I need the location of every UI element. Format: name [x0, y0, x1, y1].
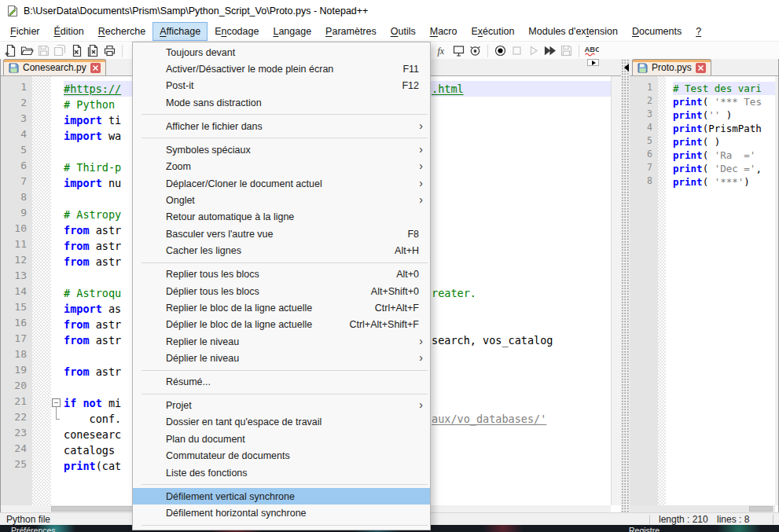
menu-item-replier-le-niveau[interactable]: Replier le niveau›	[133, 333, 430, 350]
menu-item-label: Défilement horizontal synchrone	[166, 508, 307, 519]
code-token: astr	[90, 255, 122, 268]
code-token: catalogs	[64, 444, 121, 457]
menu-item-commutateur-de-documents[interactable]: Commutateur de documents	[133, 448, 430, 464]
menubar-item-item[interactable]: ?	[689, 22, 708, 41]
left-bookmark-margin	[32, 76, 51, 505]
menu-item-r-sum[interactable]: Résumé...	[133, 373, 430, 390]
monitoring-icon[interactable]	[467, 42, 483, 59]
left-fold-margin	[51, 76, 62, 505]
menubar-item-encodage[interactable]: Encodage	[208, 22, 266, 41]
function-list-icon[interactable]: fx	[434, 42, 450, 59]
menubar-item-ex-cution[interactable]: Exécution	[464, 22, 521, 41]
menu-item-onglet[interactable]: Onglet›	[133, 192, 430, 208]
menubar-item-modules-d-extension[interactable]: Modules d'extension	[521, 22, 625, 41]
open-file-icon[interactable]	[19, 42, 35, 59]
line-number: 14	[1, 285, 32, 301]
line-number: 23	[1, 427, 32, 442]
spellcheck-icon[interactable]: ABC	[583, 42, 600, 59]
code-token: # Test des vari	[673, 83, 762, 94]
menu-item-d-plier-tous-les-blocs[interactable]: Déplier tous les blocsAlt+Shift+0	[133, 283, 430, 299]
menu-item-activer-d-sactiver-le-mode-plein-cran[interactable]: Activer/Désactiver le mode plein écranF1…	[133, 61, 430, 77]
menu-item-d-placer-cloner-le-document-actuel[interactable]: Déplacer/Cloner le document actuel›	[133, 175, 430, 192]
code-token: (	[703, 163, 715, 174]
menubar-item-outils[interactable]: Outils	[384, 22, 423, 41]
right-code-area[interactable]: # Test des variprint( '*** Tesprint('' )…	[671, 76, 775, 505]
right-editor[interactable]: 12345678 # Test des variprint( '*** Tesp…	[630, 76, 775, 505]
line-number: 8	[1, 191, 32, 207]
code-token: import	[64, 177, 102, 189]
menu-item-label: Activer/Désactiver le mode plein écran	[166, 64, 333, 75]
menu-item-zoom[interactable]: Zoom›	[133, 159, 430, 175]
view-splitter[interactable]	[621, 59, 630, 512]
menu-item-basculer-vers-l-autre-vue[interactable]: Basculer vers l'autre vueF8	[133, 226, 430, 242]
code-token: nu	[102, 177, 121, 189]
menu-item-d-filement-vertical-synchrone[interactable]: Défilement vertical synchrone	[133, 488, 430, 504]
menu-separator	[141, 484, 428, 485]
menu-item-d-plier-le-niveau[interactable]: Déplier le niveau›	[133, 350, 430, 366]
menubar-item-langage[interactable]: Langage	[266, 22, 318, 41]
right-fold-margin	[666, 76, 671, 505]
macro-run-multiple-icon[interactable]	[542, 42, 558, 59]
folder-as-workspace-icon[interactable]	[450, 42, 467, 59]
fold-collapse-marker[interactable]	[52, 398, 61, 407]
code-line[interactable]: print( 'Dec =',	[673, 162, 775, 175]
code-token: (PrismPath	[703, 123, 762, 134]
close-icon[interactable]	[68, 42, 85, 59]
code-token: if	[64, 397, 76, 409]
menu-item-replier-le-bloc-de-la-ligne-actuelle[interactable]: Replier le bloc de la ligne actuelleCtrl…	[133, 299, 430, 316]
menu-item-dossier-en-tant-qu-espace-de-travail[interactable]: Dossier en tant qu'espace de travail	[133, 414, 430, 431]
menu-item-liste-des-fonctions[interactable]: Liste des fonctions	[133, 464, 430, 481]
menu-item-symboles-sp-ciaux[interactable]: Symboles spéciaux›	[133, 141, 430, 158]
code-token: # Astropy	[64, 208, 121, 221]
code-line[interactable]: print( )	[673, 135, 775, 149]
menu-item-post-it[interactable]: Post-itF12	[133, 78, 430, 94]
code-line[interactable]: print( '***')	[673, 175, 775, 189]
hscrollbar-thumb[interactable]	[749, 506, 773, 512]
menubar-item-fichier[interactable]: Fichier	[3, 22, 47, 41]
code-token: print	[673, 149, 703, 161]
code-token: aux/vo_databases/'	[432, 413, 546, 425]
menu-item-projet[interactable]: Projet›	[133, 397, 430, 413]
menubar-item-recherche[interactable]: Recherche	[91, 22, 152, 41]
hscrollbar-right-arrow-icon[interactable]	[587, 59, 599, 66]
line-number: 6	[630, 149, 658, 162]
menu-item-label: Cacher les lignes	[166, 245, 241, 256]
menu-item-plan-du-document[interactable]: Plan du document	[133, 431, 430, 447]
save-icon	[35, 42, 52, 59]
code-line[interactable]: print('' )	[673, 108, 775, 122]
print-icon[interactable]	[101, 42, 118, 59]
code-line[interactable]: # Test des vari	[673, 82, 775, 95]
line-number: 7	[630, 162, 658, 175]
menu-item-label: Liste des fonctions	[166, 468, 248, 479]
code-line[interactable]: print(PrismPath	[673, 122, 775, 135]
code-line[interactable]: print( '*** Tes	[673, 95, 775, 108]
submenu-arrow-icon: ›	[419, 177, 423, 189]
menubar-item-dition[interactable]: Édition	[47, 22, 91, 41]
submenu-arrow-icon: ›	[419, 160, 423, 172]
affichage-dropdown-menu: Toujours devantActiver/Désactiver le mod…	[132, 42, 431, 530]
code-line[interactable]: print( 'Ra ='	[673, 149, 775, 162]
toolbar-separator	[579, 45, 579, 57]
menubar-item-affichage[interactable]: Affichage	[152, 22, 208, 41]
menu-item-d-filement-horizontal-synchrone[interactable]: Défilement horizontal synchrone	[133, 504, 430, 521]
menu-item-cacher-les-lignes[interactable]: Cacher les lignesAlt+H	[133, 242, 430, 259]
line-number: 7	[1, 175, 32, 191]
menu-item-afficher-le-fichier-dans[interactable]: Afficher le fichier dans›	[133, 118, 430, 134]
left-vscrollbar[interactable]	[611, 76, 621, 505]
menu-item-d-plier-le-bloc-de-la-ligne-actuelle[interactable]: Déplier le bloc de la ligne actuelleCtrl…	[133, 317, 430, 333]
menu-item-replier-tous-les-blocs[interactable]: Replier tous les blocsAlt+0	[133, 266, 430, 282]
right-vscrollbar[interactable]	[775, 76, 778, 505]
menubar-item-documents[interactable]: Documents	[625, 22, 689, 41]
menubar-item-param-tres[interactable]: Paramètres	[318, 22, 384, 41]
close-all-icon[interactable]	[85, 42, 101, 59]
right-hscrollbar[interactable]	[630, 505, 775, 512]
menu-item-retour-automatique-la-ligne[interactable]: Retour automatique à la ligne	[133, 209, 430, 226]
macro-record-icon[interactable]	[492, 42, 509, 59]
menu-item-toujours-devant[interactable]: Toujours devant	[133, 44, 430, 61]
line-number: 22	[1, 411, 32, 427]
menu-item-mode-sans-distraction[interactable]: Mode sans distraction	[133, 94, 430, 111]
menubar-item-macro[interactable]: Macro	[423, 22, 465, 41]
new-file-icon[interactable]	[2, 42, 19, 59]
menu-item-label: Replier tous les blocs	[166, 269, 259, 280]
splitter-collapse-icon[interactable]	[620, 64, 629, 72]
